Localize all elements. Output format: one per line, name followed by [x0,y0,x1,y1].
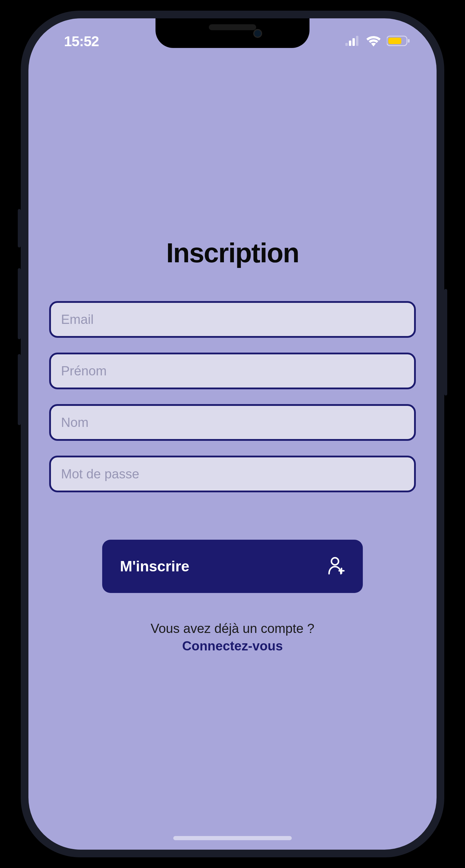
login-prompt: Vous avez déjà un compte ? Connectez-vou… [49,620,416,655]
status-time: 15:52 [64,33,99,50]
signup-button[interactable]: M'inscrire [102,540,363,593]
volume-up-button [18,268,21,339]
login-prompt-question: Vous avez déjà un compte ? [49,620,416,637]
svg-rect-0 [345,43,348,46]
volume-silence-switch [18,209,21,247]
signup-screen: Inscription M'inscrire [28,18,437,850]
svg-rect-6 [408,39,410,43]
status-icons [345,35,410,48]
page-title: Inscription [49,238,416,269]
wifi-icon [366,35,381,48]
cellular-signal-icon [345,36,360,47]
password-field[interactable] [49,456,416,492]
svg-point-7 [331,558,339,565]
battery-icon [387,35,410,48]
volume-down-button [18,354,21,425]
signup-button-label: M'inscrire [120,558,189,575]
notch-speaker [209,24,256,30]
login-link[interactable]: Connectez-vous [49,637,416,655]
firstname-field[interactable] [49,352,416,389]
power-button [444,289,447,396]
screen: 15:52 [28,18,437,850]
svg-rect-2 [352,38,355,46]
signup-form: M'inscrire [49,301,416,593]
notch [155,18,310,48]
email-field[interactable] [49,301,416,338]
svg-rect-5 [388,38,401,44]
user-add-icon [327,557,345,577]
lastname-field[interactable] [49,404,416,441]
svg-rect-1 [349,40,351,46]
svg-rect-3 [356,36,358,46]
front-camera [253,29,262,38]
home-indicator[interactable] [173,836,292,840]
phone-frame: 15:52 [21,11,444,857]
